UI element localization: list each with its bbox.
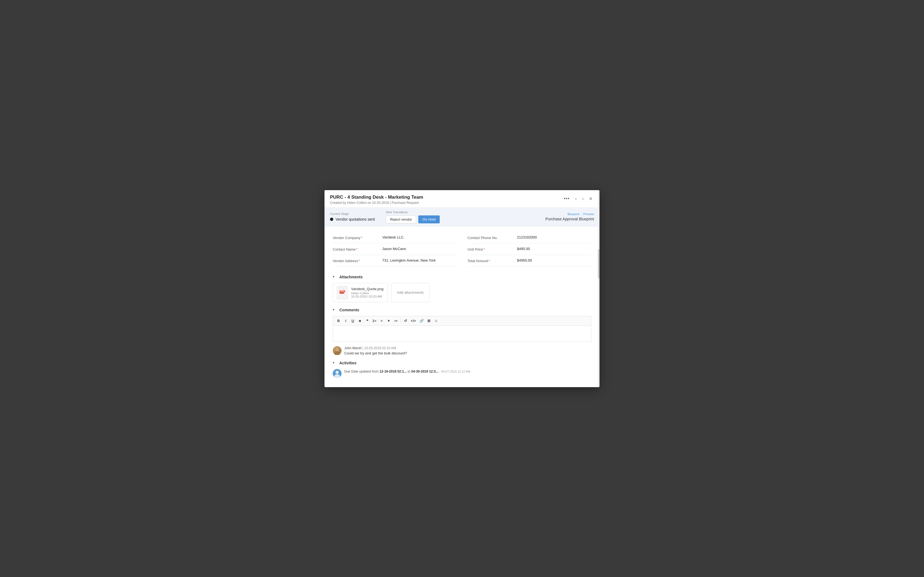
attachments-section-header: ▾ Attachments: [333, 275, 591, 279]
comment-avatar: [333, 346, 342, 355]
nav-prev-button[interactable]: ‹: [573, 195, 578, 202]
vendor-address-label: Vendor Address*: [333, 258, 377, 263]
contact-phone-field: Contact Phone No. 2123182000: [467, 232, 591, 243]
blueprint-preview-link[interactable]: - Preview: [582, 213, 594, 216]
vendor-company-field: Vendor Company* Varidesk LLC.: [333, 232, 457, 243]
bullet-list-button[interactable]: •≡: [393, 318, 399, 324]
align-options-button[interactable]: ▾: [386, 318, 392, 324]
code-button[interactable]: </>: [409, 318, 417, 324]
on-hold-button[interactable]: On Hold: [418, 215, 440, 223]
current-stage-section: Current Stage Vendor quotations sent: [330, 212, 375, 221]
numbered-list-button[interactable]: 1≡: [371, 318, 378, 324]
activities-section-header: ▾ Activities: [333, 361, 591, 365]
attachment-card[interactable]: PNG Varidesk_Quote.png Helen Collins 10-…: [333, 283, 388, 302]
activity-text: Due Date updated from 12-19-2018 02:1...…: [344, 369, 470, 374]
comments-section: ▾ Comments B I U ■ ❝ 1≡ ≡ ▾ •≡ ↺ </> 🔗 ⊞…: [333, 308, 591, 355]
color-button[interactable]: ■: [357, 318, 363, 324]
contact-name-value[interactable]: Jason McCann: [382, 247, 457, 251]
activity-timestamp: 04-07-2019 12:12 AM: [441, 370, 470, 373]
vendor-address-value[interactable]: 731, Lexington Avenue, New York: [382, 258, 457, 263]
comment-date: 10-25-2018 02:10 AM: [364, 346, 396, 350]
modal-header-left: PURC - 4 Standing Desk - Marketing Team …: [330, 195, 423, 205]
comments-section-header: ▾ Comments: [333, 308, 591, 312]
unit-price-value[interactable]: $495.00: [517, 247, 591, 251]
transitions-label: Next Transitions: [386, 211, 440, 214]
activity-to-date: 04-30-2019 12:3...: [411, 369, 439, 373]
comments-section-title: Comments: [339, 308, 359, 312]
activity-to-text: to: [407, 369, 410, 373]
required-indicator: *: [359, 259, 360, 263]
attachments-section-title: Attachments: [339, 275, 363, 279]
embed-button[interactable]: ⊞: [426, 318, 432, 324]
comment-item: John Marsh | 10-25-2018 02:10 AM Could w…: [333, 346, 591, 355]
align-button[interactable]: ≡: [378, 318, 385, 324]
comment-content: John Marsh | 10-25-2018 02:10 AM Could w…: [344, 346, 407, 355]
current-stage-label: Current Stage: [330, 212, 375, 215]
modal-header-actions: ••• ‹ › ×: [562, 195, 594, 203]
required-indicator: *: [356, 247, 357, 251]
scrollbar-thumb[interactable]: [598, 249, 599, 279]
link-button[interactable]: 🔗: [418, 318, 425, 324]
bold-button[interactable]: B: [335, 318, 342, 324]
total-amount-label: Total Amount*: [467, 258, 512, 263]
avatar-svg: [333, 346, 342, 355]
attachments-area: PNG Varidesk_Quote.png Helen Collins 10-…: [333, 283, 591, 302]
emoji-button[interactable]: ☺: [433, 318, 439, 324]
comment-text: Could we try and get the bulk discount?: [344, 351, 407, 355]
svg-point-6: [336, 371, 339, 374]
activities-collapse-icon[interactable]: ▾: [333, 361, 337, 365]
attachments-collapse-icon[interactable]: ▾: [333, 275, 337, 279]
unit-price-label: Unit Price*: [467, 247, 512, 251]
contact-phone-value[interactable]: 2123182000: [517, 235, 591, 239]
vendor-address-field: Vendor Address* 731, Lexington Avenue, N…: [333, 255, 457, 266]
activity-from-date: 12-19-2018 02:1...: [380, 369, 407, 373]
purchase-approval-modal: PURC - 4 Standing Desk - Marketing Team …: [325, 190, 599, 387]
editor-toolbar: B I U ■ ❝ 1≡ ≡ ▾ •≡ ↺ </> 🔗 ⊞ ☺: [333, 316, 591, 325]
clear-format-button[interactable]: ↺: [402, 318, 409, 324]
activity-avatar-svg: [333, 369, 342, 378]
current-stage-name: Vendor quotations sent: [330, 217, 375, 221]
underline-button[interactable]: U: [349, 318, 356, 324]
italic-button[interactable]: I: [342, 318, 349, 324]
toolbar-separator: [401, 318, 401, 323]
attachment-date: 10-25-2018 | 02:03 AM: [351, 295, 384, 298]
form-left-column: Vendor Company* Varidesk LLC. Contact Na…: [333, 232, 457, 266]
comments-list: John Marsh | 10-25-2018 02:10 AM Could w…: [333, 346, 591, 355]
scrollbar-track[interactable]: [598, 190, 599, 387]
activity-item: Due Date updated from 12-19-2018 02:1...…: [333, 369, 591, 378]
modal-header: PURC - 4 Standing Desk - Marketing Team …: [325, 190, 599, 208]
attachment-file-icon: PNG: [337, 286, 348, 299]
reject-vendor-button[interactable]: Reject vendor: [386, 215, 416, 223]
contact-phone-label: Contact Phone No.: [467, 235, 512, 240]
attachment-author: Helen Collins: [351, 292, 384, 295]
blueprint-label: Blueprint - Preview: [545, 213, 594, 216]
activities-section: ▾ Activities Due Date updated from 12-19…: [333, 361, 591, 378]
activities-section-title: Activities: [339, 361, 356, 365]
contact-name-field: Contact Name* Jason McCann: [333, 243, 457, 255]
add-attachment-button[interactable]: Add attachments: [391, 283, 430, 302]
modal-body: Vendor Company* Varidesk LLC. Contact Na…: [325, 226, 599, 387]
transitions-buttons: Reject vendor On Hold: [386, 215, 440, 223]
comment-author: John Marsh: [344, 346, 362, 350]
comment-editor[interactable]: [333, 325, 591, 342]
stage-name-text: Vendor quotations sent: [336, 217, 375, 221]
stage-bar: Current Stage Vendor quotations sent Nex…: [325, 208, 599, 226]
attachment-info: Varidesk_Quote.png Helen Collins 10-25-2…: [351, 287, 384, 298]
modal-title: PURC - 4 Standing Desk - Marketing Team: [330, 195, 423, 200]
total-amount-field: Total Amount* $4950.00: [467, 255, 591, 266]
required-indicator: *: [489, 259, 490, 263]
total-amount-value[interactable]: $4950.00: [517, 258, 591, 263]
close-button[interactable]: ×: [587, 195, 594, 203]
quote-button[interactable]: ❝: [364, 318, 370, 324]
vendor-company-value[interactable]: Varidesk LLC.: [382, 235, 457, 239]
svg-point-3: [334, 351, 340, 355]
modal-subtitle: Created by Helen Collins on 10-25-2018 |…: [330, 201, 423, 205]
file-type-badge: PNG: [339, 290, 345, 292]
blueprint-name: Purchase Approval Blueprint: [545, 217, 594, 221]
comments-collapse-icon[interactable]: ▾: [333, 308, 337, 312]
stage-dot-icon: [330, 218, 333, 221]
unit-price-field: Unit Price* $495.00: [467, 243, 591, 255]
more-options-button[interactable]: •••: [562, 195, 572, 203]
contact-name-label: Contact Name*: [333, 247, 377, 251]
nav-next-button[interactable]: ›: [580, 195, 585, 202]
